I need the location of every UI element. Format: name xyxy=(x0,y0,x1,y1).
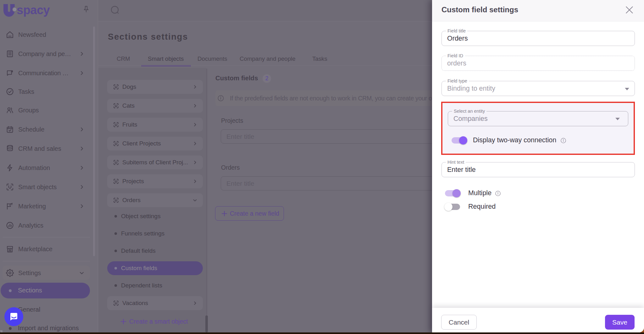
svg-text:spacy: spacy xyxy=(17,4,50,17)
